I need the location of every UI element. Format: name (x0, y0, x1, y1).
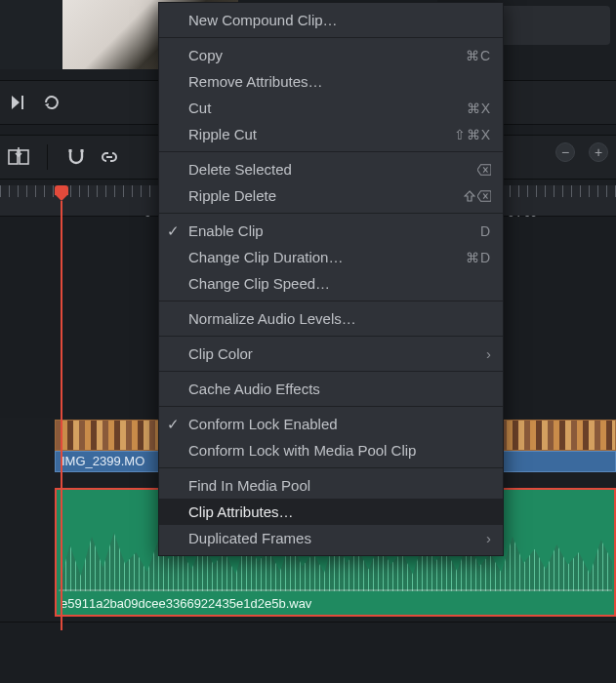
menu-item-enable-clip[interactable]: ✓Enable ClipD (159, 218, 503, 244)
menu-item-label: Ripple Delete (188, 187, 276, 204)
check-icon: ✓ (167, 222, 180, 240)
menu-shortcut: ⌘X (467, 100, 491, 116)
menu-shortcut: ⌘D (466, 250, 491, 265)
menu-item-normalize-audio-levels[interactable]: Normalize Audio Levels… (159, 305, 503, 332)
menu-shortcut: ⇧⌘X (454, 127, 491, 142)
menu-item-ripple-cut[interactable]: Ripple Cut⇧⌘X (159, 121, 503, 147)
tracks-below-spacer (0, 622, 616, 680)
menu-item-conform-lock-with-media-pool-clip[interactable]: Conform Lock with Media Pool Clip (159, 437, 503, 463)
menu-item-new-compound-clip[interactable]: New Compound Clip… (159, 7, 503, 33)
menu-item-label: Conform Lock Enabled (188, 416, 338, 432)
menu-item-label: Duplicated Frames (188, 530, 311, 546)
menu-shortcut: ⌘C (466, 48, 491, 63)
check-icon: ✓ (167, 416, 180, 433)
toolbar-separator (47, 144, 48, 170)
menu-item-change-clip-duration[interactable]: Change Clip Duration…⌘D (159, 244, 503, 270)
menu-item-label: New Compound Clip… (188, 12, 338, 28)
menu-item-delete-selected[interactable]: Delete Selected (159, 156, 503, 182)
chevron-right-icon: › (486, 345, 491, 362)
svg-rect-1 (20, 150, 28, 164)
menu-item-label: Clip Attributes… (188, 503, 294, 520)
shift-icon (463, 189, 476, 203)
menu-item-label: Cache Audio Effects (188, 381, 320, 397)
menu-item-label: Clip Color (188, 345, 253, 362)
clip-context-menu: New Compound Clip…Copy⌘CRemove Attribute… (158, 2, 504, 556)
menu-item-label: Enable Clip (188, 222, 264, 239)
menu-separator (159, 406, 503, 407)
menu-item-change-clip-speed[interactable]: Change Clip Speed… (159, 270, 503, 297)
menu-separator (159, 151, 503, 152)
link-icon[interactable] (99, 146, 120, 168)
menu-item-find-in-media-pool[interactable]: Find In Media Pool (159, 472, 503, 499)
plus-label: + (595, 144, 602, 160)
menu-item-remove-attributes[interactable]: Remove Attributes… (159, 68, 503, 95)
loop-icon[interactable] (41, 92, 62, 113)
menu-item-ripple-delete[interactable]: Ripple Delete (159, 182, 503, 209)
menu-item-conform-lock-enabled[interactable]: ✓Conform Lock Enabled (159, 411, 503, 437)
menu-separator (159, 301, 503, 301)
menu-item-label: Remove Attributes… (188, 73, 323, 90)
backspace-icon (477, 163, 491, 177)
zoom-in-button[interactable]: + (589, 142, 608, 162)
svg-rect-2 (69, 149, 72, 152)
menu-item-duplicated-frames[interactable]: Duplicated Frames› (159, 525, 503, 551)
menu-item-label: Normalize Audio Levels… (188, 310, 356, 327)
snap-magnet-icon[interactable] (65, 146, 87, 168)
menu-item-clip-attributes[interactable]: Clip Attributes… (159, 499, 503, 525)
menu-shortcut: D (480, 223, 491, 239)
audio-clip-name: e5911a2ba09dcee3366922435e1d2e5b.wav (61, 596, 311, 611)
menu-item-label: Delete Selected (188, 161, 292, 178)
svg-rect-3 (81, 149, 84, 152)
menu-item-cut[interactable]: Cut⌘X (159, 95, 503, 121)
svg-rect-0 (9, 150, 18, 164)
zoom-out-button[interactable]: − (555, 142, 575, 162)
skip-forward-icon[interactable] (8, 92, 29, 113)
menu-item-cache-audio-effects[interactable]: Cache Audio Effects (159, 376, 503, 402)
minus-label: − (561, 144, 569, 160)
menu-item-clip-color[interactable]: Clip Color› (159, 341, 503, 367)
menu-separator (159, 37, 503, 38)
audio-clip-label: e5911a2ba09dcee3366922435e1d2e5b.wav (61, 596, 311, 611)
backspace-icon (477, 189, 491, 203)
menu-item-label: Cut (188, 100, 211, 116)
menu-shortcut (463, 189, 491, 203)
menu-separator (159, 467, 503, 468)
chevron-right-icon: › (486, 530, 491, 546)
insert-clip-icon[interactable] (8, 146, 29, 168)
menu-item-label: Ripple Cut (188, 126, 257, 142)
playhead[interactable] (55, 185, 68, 201)
menu-shortcut (477, 163, 491, 177)
video-clip-name: IMG_2399.MO (62, 454, 144, 468)
menu-separator (159, 336, 503, 337)
menu-item-label: Change Clip Speed… (188, 275, 330, 292)
menu-separator (159, 371, 503, 372)
menu-separator (159, 213, 503, 214)
menu-item-copy[interactable]: Copy⌘C (159, 42, 503, 68)
menu-item-label: Copy (188, 47, 223, 63)
zoom-controls: − + (555, 142, 608, 162)
menu-item-label: Find In Media Pool (188, 477, 310, 494)
menu-item-label: Conform Lock with Media Pool Clip (188, 442, 416, 459)
menu-item-label: Change Clip Duration… (188, 249, 343, 265)
playhead-line (61, 201, 62, 630)
